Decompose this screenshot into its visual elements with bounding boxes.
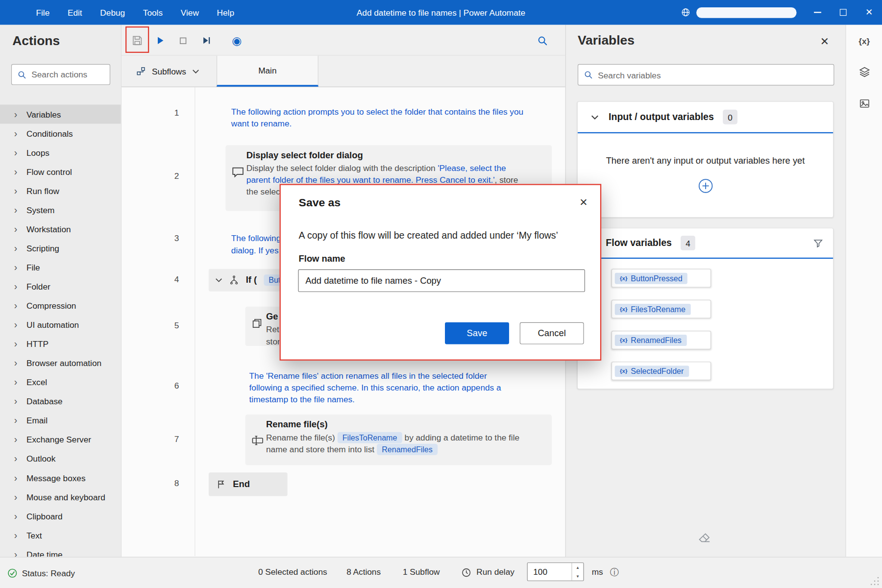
tab-main-subflow[interactable]: Main — [217, 56, 318, 87]
menu-edit[interactable]: Edit — [59, 0, 91, 25]
rename-icon — [251, 435, 264, 446]
stop-button[interactable] — [172, 30, 193, 50]
chevron-right-icon: › — [14, 128, 19, 138]
run-delay-label: Run delay — [476, 567, 514, 577]
io-variables-title: Input / output variables — [609, 111, 714, 122]
cancel-dialog-button[interactable]: Cancel — [520, 322, 584, 344]
sidebar-item-label: Text — [26, 530, 42, 540]
variables-pane-toggle[interactable]: {x} — [846, 25, 882, 56]
variable-pill: {x}FilesToRename — [615, 303, 691, 315]
variable-pill: {x}ButtonPressed — [615, 272, 687, 284]
branch-icon — [229, 275, 239, 285]
sidebar-item-text[interactable]: ›Text — [0, 525, 121, 544]
menu-tools[interactable]: Tools — [134, 0, 172, 25]
end-label: End — [233, 479, 250, 490]
variable-row-buttonpressed[interactable]: {x}ButtonPressed — [612, 269, 711, 288]
close-window-button[interactable]: ✕ — [856, 0, 882, 25]
actions-search[interactable] — [11, 64, 110, 85]
run-delay-unit: ms — [592, 567, 603, 577]
variable-row-selectedfolder[interactable]: {x}SelectedFolder — [612, 362, 711, 380]
variables-close-button[interactable]: ✕ — [820, 35, 829, 48]
sidebar-item-compression[interactable]: ›Compression — [0, 296, 121, 315]
dialog-close-button[interactable]: ✕ — [579, 196, 588, 209]
sidebar-item-variables[interactable]: ›Variables — [0, 105, 121, 124]
row-number: 2 — [170, 171, 184, 181]
sidebar-item-database[interactable]: ›Database — [0, 392, 121, 411]
search-icon — [18, 70, 26, 79]
sidebar-item-clipboard[interactable]: ›Clipboard — [0, 506, 121, 525]
sidebar-item-exchange-server[interactable]: ›Exchange Server — [0, 430, 121, 449]
sidebar-item-loops[interactable]: ›Loops — [0, 143, 121, 162]
chevron-down-icon[interactable] — [216, 278, 222, 282]
variables-search-input[interactable] — [598, 70, 828, 80]
save-dialog-button[interactable]: Save — [445, 322, 509, 344]
sidebar-item-mouse-and-keyboard[interactable]: ›Mouse and keyboard — [0, 487, 121, 506]
sidebar-item-label: Loops — [26, 147, 49, 157]
variables-search[interactable] — [578, 64, 834, 86]
flow-variables-card: Flow variables 4 {x}ButtonPressed {x}Fil… — [577, 228, 833, 389]
sidebar-item-label: Exchange Server — [26, 435, 91, 444]
sidebar-item-conditionals[interactable]: ›Conditionals — [0, 124, 121, 143]
chevron-down-icon[interactable] — [591, 115, 599, 120]
comment-action-rename[interactable]: The 'Rename files' action renames all fi… — [249, 369, 514, 405]
dialog-title: Save as — [299, 196, 341, 209]
run-delay-input[interactable] — [528, 563, 568, 581]
row-number: 3 — [170, 233, 184, 243]
spinner-up-button[interactable]: ▲ — [572, 563, 583, 572]
record-button[interactable]: ◉ — [227, 30, 247, 50]
search-icon — [584, 70, 593, 79]
variable-row-renamedfiles[interactable]: {x}RenamedFiles — [612, 331, 711, 349]
flow-name-input[interactable] — [298, 270, 585, 292]
sidebar-item-http[interactable]: ›HTTP — [0, 334, 121, 353]
action-category-list: ›Variables ›Conditionals ›Loops ›Flow co… — [0, 105, 121, 557]
flow-name-label: Flow name — [299, 254, 345, 264]
sidebar-item-file[interactable]: ›File — [0, 258, 121, 277]
save-button[interactable] — [127, 30, 147, 50]
sidebar-item-date-time[interactable]: ›Date time — [0, 544, 121, 557]
variable-pill: FilesToRename — [337, 432, 402, 443]
add-io-variable-button[interactable] — [578, 178, 833, 194]
chevron-right-icon: › — [14, 167, 19, 176]
sidebar-item-workstation[interactable]: ›Workstation — [0, 220, 121, 239]
record-icon: ◉ — [232, 34, 242, 48]
sidebar-item-browser-automation[interactable]: ›Browser automation — [0, 353, 121, 372]
sidebar-item-outlook[interactable]: ›Outlook — [0, 449, 121, 468]
run-next-action-button[interactable] — [196, 30, 217, 50]
sidebar-item-system[interactable]: ›System — [0, 200, 121, 220]
variable-row-filestorename[interactable]: {x}FilesToRename — [612, 300, 711, 318]
sidebar-item-scripting[interactable]: ›Scripting — [0, 239, 121, 258]
subflows-dropdown[interactable]: Subflows — [132, 56, 204, 87]
sidebar-item-run-flow[interactable]: ›Run flow — [0, 181, 121, 200]
comment-action-select-folder[interactable]: The following action prompts you to sele… — [231, 106, 527, 129]
io-variables-empty-text: There aren't any input or output variabl… — [578, 156, 833, 166]
run-button[interactable] — [150, 30, 171, 50]
menu-help[interactable]: Help — [208, 0, 243, 25]
toolbar-search-button[interactable] — [532, 30, 552, 50]
filter-icon[interactable] — [813, 239, 823, 247]
sidebar-item-email[interactable]: ›Email — [0, 411, 121, 430]
menu-debug[interactable]: Debug — [91, 0, 134, 25]
action-end[interactable]: End — [209, 472, 288, 496]
menu-file[interactable]: File — [27, 0, 58, 25]
sidebar-item-flow-control[interactable]: ›Flow control — [0, 162, 121, 181]
sidebar-item-message-boxes[interactable]: ›Message boxes — [0, 468, 121, 487]
sidebar-item-folder[interactable]: ›Folder — [0, 277, 121, 296]
globe-icon — [681, 7, 691, 18]
minimize-button[interactable] — [805, 0, 831, 25]
maximize-button[interactable] — [830, 0, 856, 25]
menu-view[interactable]: View — [172, 0, 208, 25]
clock-icon — [461, 567, 471, 578]
resize-grip[interactable] — [870, 576, 880, 587]
images-pane-toggle[interactable] — [846, 88, 882, 119]
redacted-account-name[interactable] — [696, 7, 796, 18]
ui-elements-pane-toggle[interactable] — [846, 56, 882, 88]
sidebar-item-excel[interactable]: ›Excel — [0, 372, 121, 392]
spinner-down-button[interactable]: ▼ — [572, 572, 583, 581]
info-icon[interactable]: ⓘ — [610, 567, 618, 579]
sidebar-item-ui-automation[interactable]: ›UI automation — [0, 315, 121, 334]
action-rename-files[interactable]: Rename file(s) Rename the file(s) FilesT… — [245, 415, 552, 465]
chevron-right-icon: › — [14, 416, 19, 425]
eraser-icon[interactable] — [697, 532, 711, 543]
sidebar-item-label: Folder — [26, 282, 50, 292]
actions-search-input[interactable] — [31, 70, 104, 79]
